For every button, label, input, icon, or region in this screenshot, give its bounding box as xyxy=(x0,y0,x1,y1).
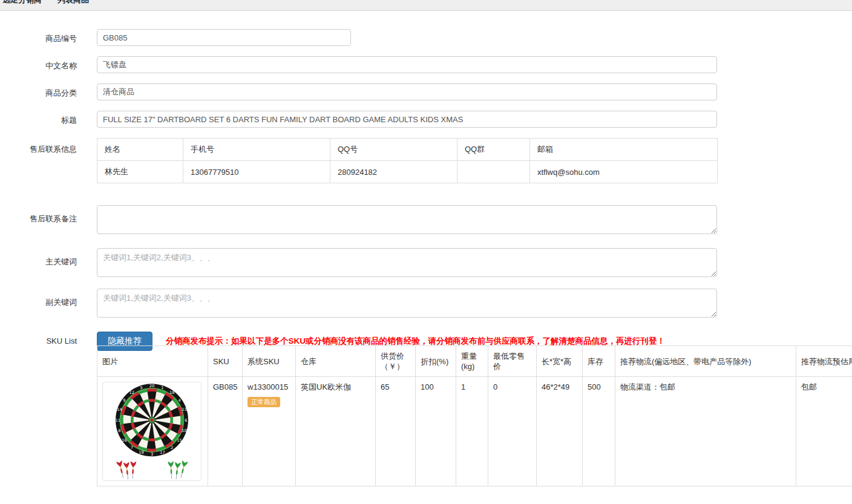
sku-header-sku: SKU xyxy=(208,346,243,377)
main-keywords-row: 主关键词 xyxy=(0,248,852,280)
contact-info-label: 售后联系信息 xyxy=(0,138,77,155)
supply-price-value: 65 xyxy=(376,377,416,486)
weight-value: 1 xyxy=(456,377,488,486)
sku-header-image: 图片 xyxy=(97,346,208,377)
contact-email-value: xtflwq@sohu.com xyxy=(530,161,718,183)
chinese-name-label: 中文名称 xyxy=(0,56,77,71)
sku-header-discount: 折扣(%) xyxy=(416,346,456,377)
contact-phone-value: 13067779510 xyxy=(183,161,330,183)
sub-keywords-textarea[interactable] xyxy=(97,289,717,318)
product-image[interactable]: 2011841361015217319716811149125 xyxy=(102,382,202,481)
contact-info-row: 售后联系信息 姓名 手机号 QQ号 QQ群 邮箱 林先生 13067779510… xyxy=(0,138,852,183)
category-input[interactable] xyxy=(97,83,717,100)
sku-header-weight: 重量(kg) xyxy=(456,346,488,377)
chinese-name-input[interactable] xyxy=(97,56,717,73)
contact-data-row: 林先生 13067779510 280924182 xtflwq@sohu.co… xyxy=(97,161,718,183)
top-nav-bar: 选定分销商 列表商品 xyxy=(0,0,852,11)
svg-text:16: 16 xyxy=(122,438,126,443)
sku-image-cell: 2011841361015217319716811149125 xyxy=(97,377,208,486)
svg-text:14: 14 xyxy=(117,407,122,412)
title-row: 标题 xyxy=(0,111,852,128)
category-label: 商品分类 xyxy=(0,83,77,99)
recommended-logistics-value: 物流渠道：包邮 xyxy=(615,377,796,486)
contact-header-phone: 手机号 xyxy=(183,139,330,161)
sku-header-row: 图片 SKU 系统SKU 仓库 供货价（￥） 折扣(%) 重量(kg) 最低零售… xyxy=(97,346,852,377)
chinese-name-row: 中文名称 xyxy=(0,56,852,73)
product-code-label: 商品编号 xyxy=(0,29,77,44)
svg-text:17: 17 xyxy=(160,450,165,455)
title-input[interactable] xyxy=(97,111,717,128)
dartboard-image: 2011841361015217319716811149125 xyxy=(103,383,200,480)
sku-header-system-sku: 系统SKU xyxy=(243,346,296,377)
sub-keywords-row: 副关键词 xyxy=(0,289,852,320)
sku-table-row: 图片 SKU 系统SKU 仓库 供货价（￥） 折扣(%) 重量(kg) 最低零售… xyxy=(0,351,852,486)
product-edit-form: 商品编号 中文名称 商品分类 标题 售后联系信息 姓名 手机号 QQ号 QQ群 … xyxy=(0,11,852,486)
contact-info-table: 姓名 手机号 QQ号 QQ群 邮箱 林先生 13067779510 280924… xyxy=(97,138,718,183)
sku-header-warehouse: 仓库 xyxy=(296,346,376,377)
svg-text:1: 1 xyxy=(161,385,163,390)
sku-header-min-retail: 最低零售价 xyxy=(488,346,537,377)
svg-text:11: 11 xyxy=(115,418,120,423)
nav-item-distributor[interactable]: 选定分销商 xyxy=(2,0,42,5)
sub-keywords-label: 副关键词 xyxy=(0,289,77,308)
sku-list-label: SKU List xyxy=(0,332,77,345)
sku-header-supply-price: 供货价（￥） xyxy=(376,346,416,377)
red-darts xyxy=(116,460,136,480)
status-badge: 正常商品 xyxy=(247,397,280,407)
main-keywords-textarea[interactable] xyxy=(97,248,717,277)
stock-value: 500 xyxy=(583,377,615,486)
title-label: 标题 xyxy=(0,111,77,126)
svg-text:9: 9 xyxy=(123,398,125,403)
nav-item-listed-products[interactable]: 列表商品 xyxy=(57,0,89,5)
svg-text:3: 3 xyxy=(151,452,153,457)
sku-header-dimensions: 长*宽*高 xyxy=(537,346,583,377)
contact-name-value: 林先生 xyxy=(97,161,183,183)
contact-header-name: 姓名 xyxy=(97,139,183,161)
after-sale-remark-row: 售后联系备注 xyxy=(0,205,852,237)
contact-qq-group-value xyxy=(457,161,530,183)
svg-text:10: 10 xyxy=(182,428,186,433)
svg-text:12: 12 xyxy=(129,390,134,395)
svg-text:13: 13 xyxy=(182,407,186,412)
svg-text:4: 4 xyxy=(178,398,180,403)
after-sale-remark-label: 售后联系备注 xyxy=(0,205,77,224)
category-row: 商品分类 xyxy=(0,83,852,100)
contact-header-row: 姓名 手机号 QQ号 QQ群 邮箱 xyxy=(97,139,718,161)
svg-text:2: 2 xyxy=(171,445,173,450)
sku-header-logistics-estimate: 推荐物流预估尾 xyxy=(796,346,852,377)
svg-text:8: 8 xyxy=(118,428,120,433)
sku-header-stock: 库存 xyxy=(583,346,615,377)
sku-table: 图片 SKU 系统SKU 仓库 供货价（￥） 折扣(%) 重量(kg) 最低零售… xyxy=(97,345,852,486)
sku-value: GB085 xyxy=(208,377,243,486)
main-keywords-label: 主关键词 xyxy=(0,248,77,267)
system-sku-value: w13300015 xyxy=(247,382,290,392)
min-retail-value: 0 xyxy=(488,377,537,486)
contact-qq-value: 280924182 xyxy=(330,161,457,183)
product-code-input[interactable] xyxy=(97,29,351,46)
system-sku-cell: w13300015 正常商品 xyxy=(243,377,296,486)
after-sale-remark-textarea[interactable] xyxy=(97,205,717,234)
discount-value: 100 xyxy=(416,377,456,486)
svg-text:19: 19 xyxy=(139,450,143,455)
sku-data-row: 2011841361015217319716811149125 xyxy=(97,377,852,486)
dimensions-value: 46*2*49 xyxy=(537,377,583,486)
contact-header-email: 邮箱 xyxy=(530,139,718,161)
green-darts xyxy=(168,460,188,480)
warehouse-value: 英国UK欧米伽 xyxy=(296,377,376,486)
svg-text:7: 7 xyxy=(131,445,133,450)
estimated-logistics-value: 包邮 xyxy=(796,377,852,486)
svg-text:18: 18 xyxy=(169,390,174,395)
svg-text:20: 20 xyxy=(149,384,154,388)
product-code-row: 商品编号 xyxy=(0,29,852,46)
svg-text:6: 6 xyxy=(185,418,187,423)
svg-text:5: 5 xyxy=(140,385,142,390)
sku-header-logistics: 推荐物流(偏远地区、带电产品等除外) xyxy=(615,346,796,377)
contact-header-qq-group: QQ群 xyxy=(457,139,530,161)
contact-header-qq: QQ号 xyxy=(330,139,457,161)
svg-text:15: 15 xyxy=(177,438,182,443)
